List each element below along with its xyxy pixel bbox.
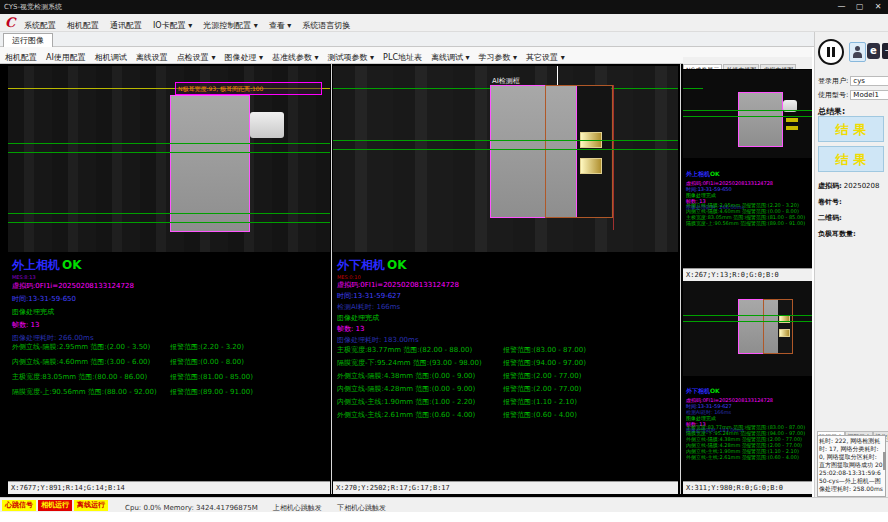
left-camera-name: 外上相机 (12, 258, 60, 272)
app-logo-icon: C (5, 15, 15, 30)
panel-divider (680, 64, 681, 494)
info-line: 图像处理完成 (337, 313, 459, 324)
measurement-row: 隔膜宽度-上:90.56mm 范围:(88.00 - 92.00)报警范围:(8… (12, 385, 328, 400)
measurement-value: 外侧立线-隔膜:2.95mm 范围:(2.00 - 3.50) (12, 340, 170, 355)
menu-item[interactable]: 通讯配置 (110, 21, 142, 30)
model-value[interactable]: Model1 (850, 90, 888, 100)
toolbar-item[interactable]: 基准线参数 ▾ (272, 53, 319, 62)
pause-button[interactable] (818, 39, 844, 65)
toolbar-item[interactable]: 相机调试 (95, 53, 127, 62)
status-badge: 相机运行 (38, 500, 72, 511)
info-line: 虚拟码:0FI1i=20250208133124728 (337, 280, 459, 291)
menu-item[interactable]: 光源控制配置 ▾ (203, 21, 258, 30)
log-text-box[interactable]: 耗时: 222, 网络检测耗时: 17, 网络分类耗时: 0, 网络提取分区耗时… (817, 435, 886, 497)
measurement-value: 外侧立线-隔膜:4.38mm 范围:(0.00 - 9.00) (337, 370, 503, 383)
alarm-range: 报警范围:(2.00 - 77.00) (503, 370, 581, 383)
toolbar-item[interactable]: 点检设置 ▾ (177, 53, 216, 62)
toolbar-item[interactable]: AI使用配置 (46, 53, 86, 62)
alarm-range: 报警范围:(1.10 - 2.10) (503, 396, 577, 409)
right-view-tabs: NG成像显示外线内线图虚拟内线图 (683, 57, 812, 69)
logout-icon[interactable]: → (882, 43, 888, 59)
measurement-value: 外侧立线-主线:2.61mm 范围:(0.60 - 4.00) (686, 454, 746, 460)
tab-row: 运行图像 (0, 32, 888, 47)
app-window: CYS-视觉检测系统 — ▢ ✕ C 系统配置相机配置通讯配置IO卡配置 ▾光源… (0, 0, 888, 522)
menu-item[interactable]: 系统语言切换 (302, 21, 350, 30)
side-field-label: 卷针号: (818, 198, 842, 206)
upper-camera-heartbeat: 上相机心跳触发 (273, 504, 322, 512)
toolbar-item[interactable]: 离线调试 ▾ (431, 53, 470, 62)
close-button[interactable]: ✕ (870, 0, 886, 14)
reference-line (8, 143, 330, 144)
side-field: 卷针号: (818, 194, 888, 210)
maximize-button[interactable]: ▢ (852, 0, 868, 14)
result-box-bottom: 结果 (818, 146, 884, 172)
measurement-value: 隔膜宽度-下:95.24mm 范围:(93.00 - 98.00) (337, 357, 503, 370)
mini-top-status-ok: OK (710, 170, 720, 177)
info-line: 图像处理完成 (12, 306, 134, 319)
alarm-range: 报警范围:(2.00 - 77.00) (503, 383, 581, 396)
mini-bottom-status-ok: OK (710, 387, 720, 394)
left-camera-view[interactable]: N极耳宽度:93, 极耳间距离:100 (8, 66, 330, 252)
toolbar-item[interactable]: 测试项参数 ▾ (328, 53, 375, 62)
toolbar-item[interactable]: PLC地址表 (383, 53, 422, 62)
side-panel: e → 登录用户:cys 使用型号:Model1 总结果: 结果 结果 虚拟码:… (814, 32, 888, 497)
alarm-range: 报警范围:(94.00 - 97.00) (503, 357, 586, 370)
status-badge: 心跳信号 (2, 500, 36, 511)
menu-item[interactable]: 相机配置 (67, 21, 99, 30)
mini-bottom-camera-name: 外下相机 (686, 387, 710, 394)
measure-overlay-label: N极耳宽度:93, 极耳间距离:100 (175, 82, 322, 95)
measurement-row: 内侧立线-隔膜:4.60mm 范围:(3.00 - 6.00)报警范围:(0.0… (12, 355, 328, 370)
right-view-tab[interactable]: NG成像显示 (683, 64, 722, 69)
menu-item[interactable]: 查看 ▾ (269, 21, 292, 30)
middle-camera-view[interactable]: AI检测框 (333, 66, 678, 252)
alarm-range: 报警范围:(0.60 - 4.00) (503, 409, 577, 422)
reference-line (8, 213, 330, 214)
right-view-tab[interactable]: 外线内线图 (723, 64, 759, 69)
mini-label-mark (786, 118, 798, 122)
login-user-value[interactable]: cys (850, 76, 888, 86)
left-coordinate-bar: X:7677;Y:891;R:14;G:14;B:14 (8, 481, 330, 494)
measurement-row: 外侧立线-隔膜:4.38mm 范围:(0.00 - 9.00)报警范围:(2.0… (337, 370, 677, 383)
measurement-value: 隔膜宽度-上:90.56mm 范围:(88.00 - 92.00) (686, 220, 746, 226)
toolbar-item[interactable]: 相机配置 (5, 53, 37, 62)
tab-connector (250, 112, 284, 138)
tab-run-image[interactable]: 运行图像 (3, 33, 53, 47)
toolbar-item[interactable]: 其它设置 ▾ (526, 53, 565, 62)
alarm-range: 报警范围:(89.00 - 91.00) (746, 220, 805, 226)
pause-icon (827, 47, 830, 57)
mini-label-mark (786, 126, 798, 130)
info-line: 帧数: 13 (337, 324, 459, 335)
toolbar-item[interactable]: 学习参数 ▾ (479, 53, 518, 62)
user-button[interactable] (849, 42, 866, 62)
reference-line (683, 315, 812, 316)
pause-icon (832, 47, 835, 57)
measurement-value: 内侧立线-主线:1.90mm 范围:(1.00 - 2.20) (337, 396, 503, 409)
login-user-row: 登录用户:cys (818, 76, 888, 86)
menu-item[interactable]: 系统配置 (24, 21, 56, 30)
reference-line (683, 88, 703, 89)
toolbar-item[interactable]: 离线设置 (136, 53, 168, 62)
alarm-range: 报警范围:(0.60 - 4.00) (746, 454, 799, 460)
user-icon (855, 46, 860, 51)
minimize-button[interactable]: — (834, 0, 850, 14)
boundary-line (613, 85, 614, 230)
status-badges: 心跳信号相机运行离线运行 (2, 498, 110, 511)
measurement-row: 内侧立线-隔膜:4.28mm 范围:(0.00 - 9.00)报警范围:(2.0… (337, 383, 677, 396)
info-line: 检测AI耗时: 166ms (337, 302, 459, 313)
mini-top-coordinate-bar: X:267;Y:13;R:0;G:0;B:0 (683, 268, 812, 281)
alarm-range: 报警范围:(89.00 - 91.00) (170, 385, 253, 400)
mini-bottom-measurements: 主极宽度:83.77mm 范围:(82.00 - 88.00)报警范围:(83.… (686, 424, 810, 460)
mini-top-camera-view[interactable] (683, 70, 812, 158)
right-view-tab[interactable]: 虚拟内线图 (760, 64, 796, 69)
toolbar-item[interactable]: 图像处理 ▾ (224, 53, 263, 62)
status-bar: 心跳信号相机运行离线运行 Cpu: 0.0% Memory: 3424.4179… (0, 497, 888, 512)
measurement-row: 外侧立线-主线:2.61mm 范围:(0.60 - 4.00)报警范围:(0.6… (686, 454, 810, 460)
title-bar: CYS-视觉检测系统 — ▢ ✕ (0, 0, 888, 14)
model-label: 使用型号: (818, 91, 848, 99)
menu-item[interactable]: IO卡配置 ▾ (153, 21, 192, 30)
mini-bottom-camera-view[interactable] (683, 281, 812, 376)
log-scrollbar[interactable] (883, 452, 886, 470)
measurement-row: 主极宽度:83.05mm 范围:(80.00 - 86.00)报警范围:(81.… (12, 370, 328, 385)
side-field-label: 负极耳数量: (818, 230, 856, 238)
e-tool-button[interactable]: e (867, 43, 880, 59)
